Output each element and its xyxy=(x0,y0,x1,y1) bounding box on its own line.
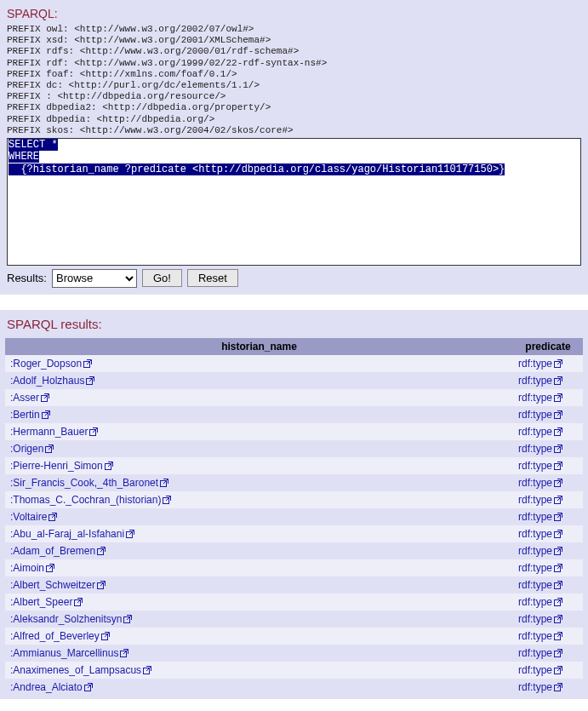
results-format-select[interactable]: Browse xyxy=(52,269,137,288)
historian-link[interactable]: :Origen xyxy=(10,443,43,455)
query-line-2: WHERE xyxy=(9,151,39,163)
predicate-link[interactable]: rdf:type xyxy=(518,392,552,404)
predicate-link[interactable]: rdf:type xyxy=(518,562,552,574)
external-link-icon xyxy=(84,683,93,691)
column-header-historian: historian_name xyxy=(5,338,513,355)
predicate-link[interactable]: rdf:type xyxy=(518,426,552,438)
table-row: :Voltairerdf:type xyxy=(5,508,583,525)
historian-link[interactable]: :Aimoin xyxy=(10,562,44,574)
external-link-icon xyxy=(554,410,562,419)
table-row: :Thomas_C._Cochran_(historian)rdf:type xyxy=(5,491,583,508)
historian-link[interactable]: :Andrea_Alciato xyxy=(10,681,83,693)
external-link-icon xyxy=(160,479,168,487)
historian-link[interactable]: :Asser xyxy=(10,392,39,404)
external-link-icon xyxy=(123,615,132,623)
historian-link[interactable]: :Abu_al-Faraj_al-Isfahani xyxy=(10,528,124,540)
historian-link[interactable]: :Pierre-Henri_Simon xyxy=(10,460,103,472)
external-link-icon xyxy=(42,410,50,419)
table-row: :Roger_Dopsonrdf:type xyxy=(5,355,583,372)
external-link-icon xyxy=(554,547,562,555)
historian-link[interactable]: :Adolf_Holzhaus xyxy=(10,375,84,387)
external-link-icon xyxy=(41,393,49,402)
historian-link[interactable]: :Adam_of_Bremen xyxy=(10,545,95,557)
column-header-predicate: predicate xyxy=(513,338,583,355)
external-link-icon xyxy=(143,666,151,674)
predicate-link[interactable]: rdf:type xyxy=(518,664,552,676)
predicate-link[interactable]: rdf:type xyxy=(518,511,552,523)
external-link-icon xyxy=(554,359,562,368)
historian-link[interactable]: :Roger_Dopson xyxy=(10,358,82,370)
external-link-icon xyxy=(49,513,57,521)
query-line-3: {?historian_name ?predicate <http://dbpe… xyxy=(9,163,505,175)
table-row: :Abu_al-Faraj_al-Isfahanirdf:type xyxy=(5,525,583,542)
historian-link[interactable]: :Ammianus_Marcellinus xyxy=(10,647,118,659)
table-row: :Adam_of_Bremenrdf:type xyxy=(5,542,583,559)
external-link-icon xyxy=(554,632,562,640)
historian-link[interactable]: :Alfred_of_Beverley xyxy=(10,630,100,642)
predicate-link[interactable]: rdf:type xyxy=(518,528,552,540)
controls-row: Results: Browse Go! Reset xyxy=(7,269,581,288)
predicate-link[interactable]: rdf:type xyxy=(518,647,552,659)
predicate-link[interactable]: rdf:type xyxy=(518,460,552,472)
external-link-icon xyxy=(105,462,113,470)
predicate-link[interactable]: rdf:type xyxy=(518,443,552,455)
table-row: :Ammianus_Marcellinusrdf:type xyxy=(5,645,583,662)
results-heading: SPARQL results: xyxy=(7,317,583,331)
table-row: :Hermann_Bauerrdf:type xyxy=(5,423,583,440)
table-row: :Alfred_of_Beverleyrdf:type xyxy=(5,628,583,645)
table-row: :Asserrdf:type xyxy=(5,389,583,406)
predicate-link[interactable]: rdf:type xyxy=(518,375,552,387)
historian-link[interactable]: :Anaximenes_of_Lampsacus xyxy=(10,664,141,676)
go-button[interactable]: Go! xyxy=(142,269,182,287)
table-row: :Anaximenes_of_Lampsacusrdf:type xyxy=(5,662,583,679)
historian-link[interactable]: :Albert_Speer xyxy=(10,596,72,608)
predicate-link[interactable]: rdf:type xyxy=(518,579,552,591)
predicate-link[interactable]: rdf:type xyxy=(518,630,552,642)
table-row: :Bertinrdf:type xyxy=(5,406,583,423)
external-link-icon xyxy=(554,615,562,623)
external-link-icon xyxy=(554,666,562,674)
table-row: :Sir_Francis_Cook,_4th_Baronetrdf:type xyxy=(5,474,583,491)
results-panel: SPARQL results: historian_name predicate… xyxy=(0,310,588,699)
external-link-icon xyxy=(554,649,562,657)
predicate-link[interactable]: rdf:type xyxy=(518,358,552,370)
reset-button[interactable]: Reset xyxy=(187,269,238,287)
results-format-label: Results: xyxy=(7,272,47,284)
external-link-icon xyxy=(554,564,562,572)
external-link-icon xyxy=(120,649,128,657)
external-link-icon xyxy=(554,427,562,436)
table-row: :Aleksandr_Solzhenitsynrdf:type xyxy=(5,611,583,628)
predicate-link[interactable]: rdf:type xyxy=(518,477,552,489)
external-link-icon xyxy=(554,376,562,385)
external-link-icon xyxy=(83,359,92,368)
predicate-link[interactable]: rdf:type xyxy=(518,613,552,625)
external-link-icon xyxy=(554,393,562,402)
query-textarea[interactable]: SELECT * WHERE {?historian_name ?predica… xyxy=(7,138,581,266)
historian-link[interactable]: :Aleksandr_Solzhenitsyn xyxy=(10,613,122,625)
prefix-block: PREFIX owl: <http://www.w3.org/2002/07/o… xyxy=(7,24,581,136)
historian-link[interactable]: :Thomas_C._Cochran_(historian) xyxy=(10,494,161,506)
historian-link[interactable]: :Hermann_Bauer xyxy=(10,426,88,438)
historian-link[interactable]: :Sir_Francis_Cook,_4th_Baronet xyxy=(10,477,158,489)
external-link-icon xyxy=(86,376,94,385)
table-row: :Origenrdf:type xyxy=(5,440,583,457)
predicate-link[interactable]: rdf:type xyxy=(518,494,552,506)
predicate-link[interactable]: rdf:type xyxy=(518,596,552,608)
external-link-icon xyxy=(101,632,110,640)
predicate-link[interactable]: rdf:type xyxy=(518,409,552,421)
predicate-link[interactable]: rdf:type xyxy=(518,681,552,693)
external-link-icon xyxy=(554,683,562,691)
panel-gap xyxy=(0,295,588,310)
external-link-icon xyxy=(554,479,562,487)
historian-link[interactable]: :Albert_Schweitzer xyxy=(10,579,95,591)
predicate-link[interactable]: rdf:type xyxy=(518,545,552,557)
external-link-icon xyxy=(97,581,106,589)
results-table: historian_name predicate :Roger_Dopsonrd… xyxy=(5,338,583,696)
external-link-icon xyxy=(89,427,98,436)
external-link-icon xyxy=(554,462,562,470)
external-link-icon xyxy=(97,547,106,555)
historian-link[interactable]: :Bertin xyxy=(10,409,40,421)
query-panel: SPARQL: PREFIX owl: <http://www.w3.org/2… xyxy=(0,0,588,295)
historian-link[interactable]: :Voltaire xyxy=(10,511,47,523)
external-link-icon xyxy=(554,513,562,521)
